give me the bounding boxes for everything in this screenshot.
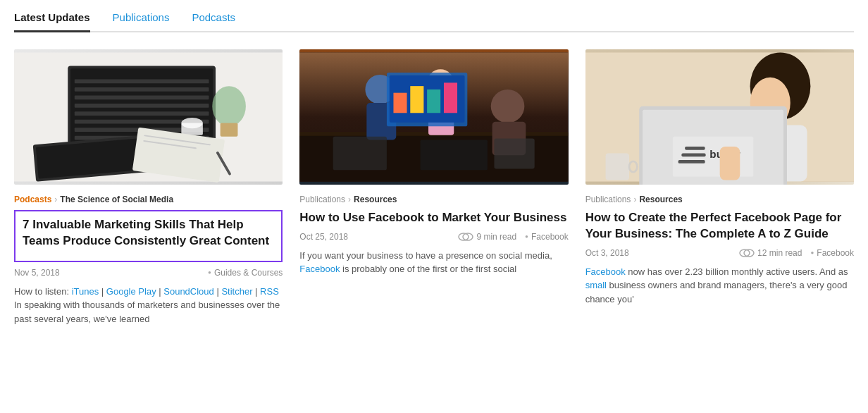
card-3-tag: Facebook [810, 248, 854, 258]
svg-rect-7 [75, 111, 209, 116]
card-3-breadcrumb-child: Resources [639, 195, 682, 204]
card-2-excerpt: If you want your business to have a pres… [299, 249, 568, 276]
card-2-title: How to Use Facebook to Market Your Busin… [299, 210, 568, 226]
card-3-breadcrumb: Publications › Resources [585, 195, 854, 204]
card-2-tag: Facebook [525, 232, 569, 242]
tab-publications[interactable]: Publications [113, 11, 170, 32]
svg-rect-56 [719, 147, 740, 180]
tab-latest-updates[interactable]: Latest Updates [14, 11, 90, 32]
svg-point-12 [212, 86, 246, 126]
svg-rect-40 [495, 139, 535, 169]
card-1-date: Nov 5, 2018 [14, 268, 60, 278]
svg-rect-38 [333, 137, 387, 171]
card-2-breadcrumb-child: Resources [354, 195, 397, 204]
card-1-meta: Nov 5, 2018 Guides & Courses [14, 268, 283, 278]
read-time-icon-2 [739, 249, 755, 257]
card-3-meta: Oct 3, 2018 12 min read Facebook [585, 248, 854, 258]
card-3-title: How to Create the Perfect Facebook Page … [585, 210, 854, 242]
card-2-breadcrumb: Publications › Resources [299, 195, 568, 204]
card-1-excerpt: How to listen: iTunes | Google Play | So… [14, 285, 283, 326]
svg-rect-33 [411, 86, 424, 113]
cards-grid: Podcasts › The Science of Social Media 7… [14, 49, 854, 326]
svg-rect-3 [75, 80, 209, 84]
svg-rect-32 [394, 93, 407, 113]
card-3-date: Oct 3, 2018 [585, 248, 629, 258]
tab-podcasts[interactable]: Podcasts [192, 11, 235, 32]
card-2-meta: Oct 25, 2018 9 min read Facebook [299, 232, 568, 242]
svg-rect-6 [75, 104, 209, 108]
tabs-nav: Latest Updates Publications Podcasts [14, 11, 854, 32]
card-1-title-box: 7 Invaluable Marketing Skills That Help … [14, 210, 283, 262]
card-1-breadcrumb-child: The Science of Social Media [60, 195, 173, 204]
card-1-tag: Guides & Courses [208, 268, 283, 278]
svg-rect-53 [681, 153, 705, 156]
svg-rect-35 [444, 82, 457, 113]
card-2-breadcrumb-parent: Publications [299, 195, 345, 204]
svg-rect-54 [678, 160, 705, 164]
card-facebook-page-guide: buffer Publications › Resources How to C… [585, 49, 854, 326]
read-time-icon [458, 233, 473, 241]
card-2-read-time: 9 min read [458, 232, 516, 242]
svg-rect-34 [427, 90, 440, 113]
card-facebook-marketing: Publications › Resources How to Use Face… [299, 49, 568, 326]
card-1-image [14, 49, 283, 185]
svg-rect-15 [181, 123, 203, 135]
card-3-read-time: 12 min read [739, 248, 802, 258]
card-2-image [299, 49, 568, 185]
svg-rect-5 [75, 95, 209, 99]
card-3-breadcrumb-parent: Publications [585, 195, 631, 204]
svg-rect-57 [605, 153, 628, 180]
svg-rect-13 [221, 123, 238, 137]
svg-rect-4 [75, 87, 209, 92]
card-1-breadcrumb-parent: Podcasts [14, 195, 51, 204]
card-3-image: buffer [585, 49, 854, 185]
card-1-title: 7 Invaluable Marketing Skills That Help … [23, 217, 274, 249]
svg-rect-39 [421, 140, 488, 170]
page-container: Latest Updates Publications Podcasts [0, 0, 868, 337]
svg-rect-52 [685, 147, 705, 150]
card-3-excerpt: Facebook now has over 2.23 billion month… [585, 265, 854, 307]
card-1-breadcrumb: Podcasts › The Science of Social Media [14, 195, 283, 204]
card-marketing-skills: Podcasts › The Science of Social Media 7… [14, 49, 283, 326]
svg-point-36 [491, 90, 525, 123]
card-2-date: Oct 25, 2018 [299, 232, 348, 242]
